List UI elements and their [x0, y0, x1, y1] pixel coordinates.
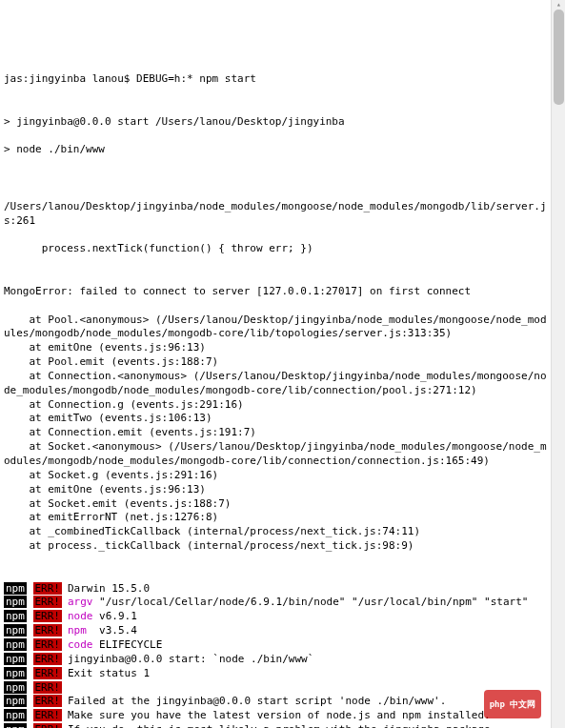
npm-error-line: npm ERR!Failed at the jingyinba@0.0.0 st… — [4, 695, 552, 709]
err-badge: ERR! — [33, 667, 63, 679]
stack-trace-line: at emitOne (events.js:96:13) — [4, 483, 552, 497]
stack-trace-line: at emitTwo (events.js:106:13) — [4, 412, 552, 426]
npm-err-prefix: npm ERR! — [4, 653, 62, 667]
npm-badge: npm — [4, 681, 27, 694]
npm-error-key: code — [68, 638, 93, 651]
npm-err-prefix: npm ERR! — [4, 596, 62, 610]
err-badge: ERR! — [33, 624, 63, 637]
npm-error-text: argv "/usr/local/Cellar/node/6.9.1/bin/n… — [68, 596, 552, 610]
err-badge: ERR! — [33, 638, 63, 651]
npm-error-text: code ELIFECYCLE — [68, 638, 552, 653]
stack-trace-line: at Socket.emit (events.js:188:7) — [4, 497, 552, 512]
npm-err-prefix: npm ERR! — [4, 610, 62, 624]
err-badge: ERR! — [33, 596, 63, 608]
npm-badge: npm — [4, 709, 27, 721]
err-badge: ERR! — [33, 723, 63, 728]
stack-trace-line: at Pool.emit (events.js:188:7) — [4, 355, 552, 370]
npm-error-line: npm ERR!code ELIFECYCLE — [4, 638, 552, 653]
npm-error-line: npm ERR!Make sure you have the latest ve… — [4, 709, 552, 723]
npm-err-prefix: npm ERR! — [4, 638, 62, 653]
npm-err-prefix: npm ERR! — [4, 624, 62, 638]
npm-error-line: npm ERR!Darwin 15.5.0 — [4, 582, 552, 597]
npm-badge: npm — [4, 723, 27, 728]
stack-path: /Users/lanou/Desktop/jingyinba/node_modu… — [4, 200, 552, 229]
stack-trace-line: at process._tickCallback (internal/proce… — [4, 539, 552, 554]
npm-badge: npm — [4, 582, 27, 595]
stack-trace-line: at Pool.<anonymous> (/Users/lanou/Deskto… — [4, 313, 552, 342]
npm-badge: npm — [4, 667, 27, 679]
npm-error-text: Failed at the jingyinba@0.0.0 start scri… — [68, 695, 552, 709]
npm-error-block: npm ERR!Darwin 15.5.0npm ERR!argv "/usr/… — [4, 582, 552, 728]
stack-trace-line: at emitOne (events.js:96:13) — [4, 341, 552, 355]
npm-badge: npm — [4, 638, 27, 651]
err-badge: ERR! — [33, 582, 63, 595]
npm-badge: npm — [4, 610, 27, 622]
stack-trace: at Pool.<anonymous> (/Users/lanou/Deskto… — [4, 313, 552, 554]
npm-error-text: Make sure you have the latest version of… — [68, 709, 552, 723]
err-badge: ERR! — [33, 681, 63, 694]
stack-trace-line: at Socket.<anonymous> (/Users/lanou/Desk… — [4, 440, 552, 469]
npm-err-prefix: npm ERR! — [4, 667, 62, 681]
npm-badge: npm — [4, 695, 27, 707]
stack-trace-line: at Socket.g (events.js:291:16) — [4, 469, 552, 483]
npm-error-key: npm — [68, 624, 93, 637]
npm-err-prefix: npm ERR! — [4, 582, 62, 597]
stack-trace-line: at _combinedTickCallback (internal/proce… — [4, 525, 552, 539]
terminal-content: jas:jingyinba lanou$ DEBUG=h:* npm start… — [4, 58, 552, 728]
npm-start-line: > node ./bin/www — [4, 143, 552, 157]
err-badge: ERR! — [33, 695, 63, 707]
err-badge: ERR! — [33, 709, 63, 721]
npm-error-text: node v6.9.1 — [68, 610, 552, 624]
watermark-logo: php 中文网 — [484, 690, 541, 718]
npm-start-line: > jingyinba@0.0.0 start /Users/lanou/Des… — [4, 115, 552, 130]
npm-badge: npm — [4, 596, 27, 608]
npm-error-line: npm ERR!node v6.9.1 — [4, 610, 552, 624]
scrollbar[interactable]: ▴ — [551, 0, 565, 728]
npm-error-text: npm v3.5.4 — [68, 624, 552, 638]
npm-error-line: npm ERR!Exit status 1 — [4, 667, 552, 681]
npm-error-line: npm ERR! — [4, 681, 552, 696]
npm-err-prefix: npm ERR! — [4, 723, 62, 728]
npm-err-prefix: npm ERR! — [4, 681, 62, 696]
prompt-line[interactable]: jas:jingyinba lanou$ DEBUG=h:* npm start — [4, 72, 552, 87]
npm-error-text: jingyinba@0.0.0 start: `node ./bin/www` — [68, 653, 552, 667]
stack-code: process.nextTick(function() { throw err;… — [4, 242, 552, 256]
scroll-up-arrow[interactable]: ▴ — [552, 0, 565, 10]
npm-error-line: npm ERR!argv "/usr/local/Cellar/node/6.9… — [4, 596, 552, 610]
npm-error-line: npm ERR!npm v3.5.4 — [4, 624, 552, 638]
npm-error-text: Darwin 15.5.0 — [68, 582, 552, 597]
err-badge: ERR! — [33, 653, 63, 665]
npm-error-text: Exit status 1 — [68, 667, 552, 681]
scrollbar-thumb[interactable] — [554, 10, 564, 105]
npm-err-prefix: npm ERR! — [4, 695, 62, 709]
stack-trace-line: at emitErrorNT (net.js:1276:8) — [4, 511, 552, 525]
npm-error-text: If you do, this is most likely a problem… — [68, 723, 552, 728]
stack-trace-line: at Connection.g (events.js:291:16) — [4, 398, 552, 413]
npm-badge: npm — [4, 624, 27, 637]
npm-error-key: node — [68, 610, 93, 622]
stack-trace-line: at Connection.emit (events.js:191:7) — [4, 426, 552, 440]
npm-badge: npm — [4, 653, 27, 665]
npm-error-line: npm ERR!jingyinba@0.0.0 start: `node ./b… — [4, 653, 552, 667]
npm-err-prefix: npm ERR! — [4, 709, 62, 723]
err-badge: ERR! — [33, 610, 63, 622]
stack-trace-line: at Connection.<anonymous> (/Users/lanou/… — [4, 370, 552, 398]
npm-error-line: npm ERR!If you do, this is most likely a… — [4, 723, 552, 728]
npm-error-key: argv — [68, 596, 93, 608]
error-header: MongoError: failed to connect to server … — [4, 285, 552, 299]
